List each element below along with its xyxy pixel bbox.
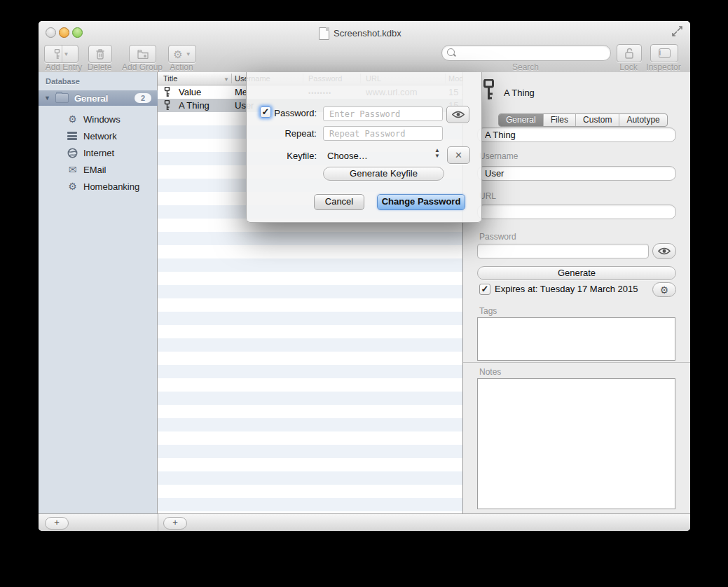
dialog-password-field[interactable] bbox=[323, 106, 443, 121]
keyfile-stepper[interactable]: ▲▼ bbox=[434, 148, 440, 159]
server-icon bbox=[67, 132, 77, 140]
sidebar-item-label: Network bbox=[83, 131, 117, 141]
expires-settings-button[interactable]: ⚙ bbox=[652, 282, 676, 297]
sidebar-group-general[interactable]: ▼ General 2 bbox=[39, 90, 158, 106]
dialog-password-label: Password: bbox=[268, 108, 317, 118]
notes-input[interactable] bbox=[478, 379, 675, 509]
keyfile-popup-value[interactable]: Choose… bbox=[327, 151, 368, 161]
reveal-password-button[interactable] bbox=[652, 243, 676, 259]
search-field[interactable] bbox=[441, 45, 611, 61]
inspector-entry-title: A Thing bbox=[504, 88, 535, 98]
expires-checkbox[interactable]: ✓ bbox=[479, 284, 490, 295]
desktop: Screenshot.kdbx ▼ Add Entry bbox=[0, 0, 728, 587]
gear-icon: ⚙ bbox=[660, 284, 669, 296]
clear-keyfile-button[interactable]: ✕ bbox=[447, 146, 470, 164]
change-password-button[interactable]: Change Password bbox=[377, 194, 465, 210]
dialog-repeat-field[interactable] bbox=[323, 126, 443, 141]
title-input[interactable] bbox=[483, 129, 664, 141]
show-password-button[interactable] bbox=[446, 106, 469, 123]
notes-box[interactable] bbox=[477, 378, 675, 509]
username-field[interactable] bbox=[477, 166, 676, 181]
info-icon: i bbox=[659, 48, 671, 58]
key-icon bbox=[54, 49, 60, 60]
key-icon bbox=[483, 79, 495, 101]
delete-button[interactable] bbox=[88, 45, 112, 63]
envelope-icon: ✉ bbox=[67, 164, 78, 176]
gear-icon: ⚙ bbox=[173, 49, 182, 60]
split-divider bbox=[62, 46, 62, 62]
tab-custom[interactable]: Custom bbox=[576, 114, 619, 126]
password-field[interactable] bbox=[477, 244, 649, 258]
column-header-title[interactable]: Title bbox=[163, 74, 177, 83]
zoom-button[interactable] bbox=[72, 27, 83, 38]
sidebar-item-homebanking[interactable]: ⚙ Homebanking bbox=[39, 178, 158, 195]
bottom-bar: + + bbox=[39, 513, 690, 531]
trash-icon bbox=[96, 49, 104, 60]
disclosure-triangle-icon[interactable]: ▼ bbox=[44, 95, 50, 102]
section-divider bbox=[463, 362, 690, 363]
key-icon bbox=[164, 87, 170, 97]
add-group-button[interactable] bbox=[129, 45, 156, 63]
sidebar-item-label: Homebanking bbox=[83, 181, 139, 192]
sidebar-item-network[interactable]: Network bbox=[39, 127, 158, 144]
notes-label: Notes bbox=[479, 367, 501, 377]
chevron-down-icon: ▼ bbox=[186, 51, 191, 57]
add-group-plus-button[interactable]: + bbox=[45, 517, 69, 530]
close-button[interactable] bbox=[46, 27, 56, 38]
column-divider[interactable] bbox=[231, 74, 232, 83]
gear-icon: ⚙ bbox=[67, 113, 78, 125]
sidebar-item-internet[interactable]: Internet bbox=[39, 144, 158, 161]
dialog-password-input[interactable] bbox=[328, 109, 439, 120]
inspector-tabs: General Files Custom Autotype bbox=[498, 113, 668, 127]
tab-files[interactable]: Files bbox=[544, 114, 576, 126]
globe-icon bbox=[67, 148, 78, 158]
sidebar-item-windows[interactable]: ⚙ Windows bbox=[39, 111, 158, 127]
sidebar-item-label: Internet bbox=[83, 148, 114, 158]
search-label: Search bbox=[504, 62, 547, 72]
cancel-button[interactable]: Cancel bbox=[314, 194, 364, 210]
add-entry-plus-button[interactable]: + bbox=[163, 517, 187, 530]
password-label: Password bbox=[479, 232, 516, 242]
generate-keyfile-button[interactable]: Generate Keyfile bbox=[323, 167, 444, 181]
lock-button[interactable] bbox=[617, 44, 642, 62]
tab-autotype[interactable]: Autotype bbox=[619, 114, 666, 126]
action-button[interactable]: ⚙ ▼ bbox=[168, 45, 196, 63]
dialog-repeat-label: Repeat: bbox=[268, 128, 317, 139]
dialog-keyfile-label: Keyfile: bbox=[268, 151, 317, 161]
fullscreen-icon[interactable] bbox=[671, 25, 683, 37]
sidebar-item-email[interactable]: ✉ EMail bbox=[39, 161, 158, 178]
sidebar-item-label: EMail bbox=[83, 165, 107, 175]
lock-label: Lock bbox=[614, 62, 643, 72]
group-count-badge: 2 bbox=[135, 93, 151, 103]
key-icon bbox=[164, 100, 170, 111]
delete-label: Delete bbox=[83, 62, 116, 72]
add-group-label: Add Group bbox=[117, 62, 167, 72]
title-field[interactable] bbox=[477, 127, 676, 142]
group-label: General bbox=[74, 93, 108, 104]
username-label: Username bbox=[479, 151, 518, 161]
inspector-button[interactable]: i bbox=[650, 44, 678, 62]
app-window: Screenshot.kdbx ▼ Add Entry bbox=[39, 21, 690, 531]
tags-box[interactable] bbox=[477, 317, 675, 361]
sidebar-item-label: Windows bbox=[83, 114, 121, 125]
search-input[interactable] bbox=[460, 46, 607, 60]
tab-general[interactable]: General bbox=[499, 114, 544, 126]
eye-icon bbox=[658, 247, 671, 255]
folder-icon bbox=[55, 93, 69, 103]
dialog-repeat-input[interactable] bbox=[328, 128, 439, 139]
window-title: Screenshot.kdbx bbox=[334, 28, 401, 39]
gear-icon: ⚙ bbox=[67, 181, 78, 193]
document-icon bbox=[319, 27, 329, 40]
cell-title: Value bbox=[179, 87, 201, 97]
url-field[interactable] bbox=[477, 205, 676, 219]
tags-input[interactable] bbox=[478, 318, 675, 360]
folder-plus-icon bbox=[137, 50, 149, 59]
generate-button[interactable]: Generate bbox=[477, 266, 676, 280]
url-input[interactable] bbox=[483, 206, 664, 218]
minimize-button[interactable] bbox=[59, 27, 69, 38]
inspector-panel: A Thing General Files Custom Autotype Us… bbox=[462, 72, 690, 513]
unlock-icon bbox=[624, 48, 634, 59]
username-input[interactable] bbox=[483, 167, 664, 179]
password-input[interactable] bbox=[483, 245, 640, 257]
add-entry-button[interactable]: ▼ bbox=[44, 45, 78, 63]
